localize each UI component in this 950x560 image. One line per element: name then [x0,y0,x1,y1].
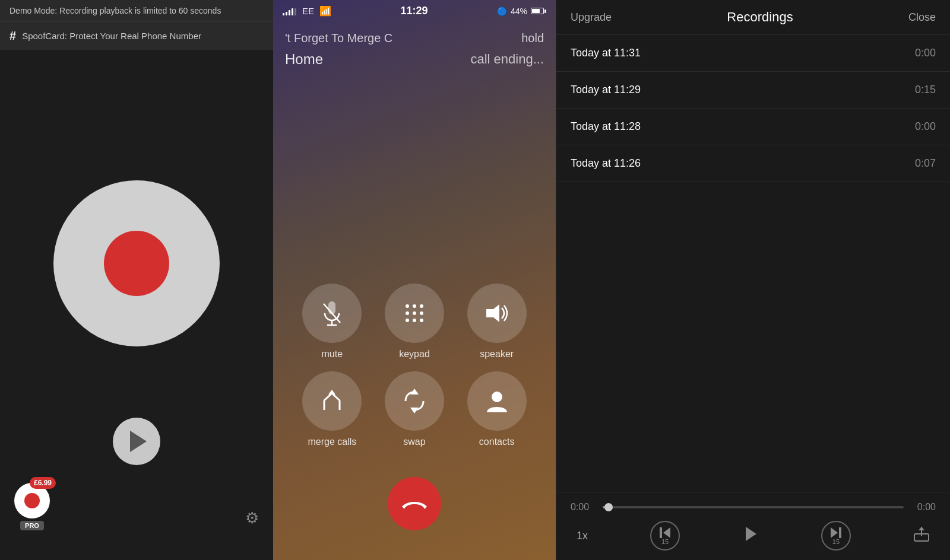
record-dot [104,231,169,296]
wifi-icon: 📶 [319,5,331,17]
recording-duration: 0:00 [915,47,936,59]
recording-item[interactable]: Today at 11:28 0:00 [556,109,950,145]
left-panel: Demo Mode: Recording playback is limited… [0,0,273,560]
keypad-label: keypad [399,349,430,359]
contacts-label: contacts [479,437,515,447]
svg-marker-29 [919,527,924,530]
phone-buttons-grid: mute keypad [273,260,556,459]
speaker-icon [484,302,510,324]
mute-label: mute [322,349,343,359]
svg-point-21 [492,392,502,402]
status-bar: EE 📶 11:29 🔵 44% [273,0,556,22]
recording-item[interactable]: Today at 11:29 0:15 [556,72,950,109]
call-ending-label: call ending... [470,52,544,67]
call-home-label: Home [285,51,323,68]
playback-speed[interactable]: 1x [577,530,588,542]
record-button[interactable] [53,180,220,346]
svg-marker-13 [486,304,499,322]
svg-rect-26 [839,527,841,538]
swap-button[interactable]: swap [379,371,450,447]
settings-icon[interactable]: ⚙ [245,509,259,527]
right-panel: Upgrade Recordings Close Today at 11:31 … [556,0,950,560]
keypad-button[interactable]: keypad [379,284,450,359]
battery-icon [531,8,546,14]
player-controls: 1x 15 [571,521,936,551]
play-icon [742,526,759,542]
play-triangle-icon [130,431,147,452]
play-button[interactable] [113,418,160,465]
record-area: £6.99 PRO ⚙ [0,50,273,560]
recordings-title: Recordings [727,9,793,25]
bluetooth-icon: 🔵 [497,7,507,16]
share-icon [913,526,930,542]
carrier-name: EE [302,6,314,16]
share-button[interactable] [913,526,930,546]
pro-label: PRO [20,521,44,530]
recording-date: Today at 11:29 [571,84,641,96]
svg-point-6 [420,304,423,308]
pro-price: £6.99 [30,477,56,489]
signal-area: EE 📶 [283,5,331,17]
contacts-button[interactable]: contacts [461,371,532,447]
skip-back-label: 15 [661,538,669,545]
svg-point-4 [406,304,409,308]
recording-duration: 0:00 [915,120,936,133]
signal-bars-icon [283,7,296,15]
skip-back-icon [658,526,672,539]
svg-marker-24 [746,527,756,541]
player-progress: 0:00 0:00 [571,502,936,513]
svg-point-9 [420,311,423,315]
svg-point-11 [413,319,416,322]
skip-forward-icon [829,526,843,539]
pro-dot [24,493,40,508]
contacts-icon [486,389,508,413]
skip-forward-label: 15 [832,538,840,545]
svg-marker-18 [328,390,335,394]
pro-badge[interactable]: £6.99 PRO [14,483,50,530]
merge-calls-icon [319,389,344,413]
recordings-list: Today at 11:31 0:00 Today at 11:29 0:15 … [556,35,950,492]
recording-item[interactable]: Today at 11:31 0:00 [556,35,950,72]
battery-percent: 44% [511,7,527,16]
recording-date: Today at 11:31 [571,47,641,59]
svg-marker-20 [410,408,419,413]
recording-item[interactable]: Today at 11:26 0:07 [556,145,950,182]
player-end-time: 0:00 [912,502,936,513]
upgrade-button[interactable]: Upgrade [571,11,612,24]
swap-label: swap [403,437,425,447]
skip-back-button[interactable]: 15 [650,521,680,551]
speaker-button[interactable]: speaker [461,284,532,359]
end-call-button[interactable] [388,477,441,530]
hash-icon: # [10,29,16,43]
end-call-area [273,459,556,560]
recording-date: Today at 11:26 [571,157,641,170]
swap-icon [402,389,427,413]
keypad-icon [403,302,426,324]
merge-calls-button[interactable]: merge calls [297,371,368,447]
play-pause-button[interactable] [742,526,759,546]
close-button[interactable]: Close [908,11,936,24]
skip-forward-button[interactable]: 15 [821,521,851,551]
player-section: 0:00 0:00 1x 15 [556,492,950,560]
mute-button[interactable]: mute [297,284,368,359]
spoof-card-bar[interactable]: # SpoofCard: Protect Your Real Phone Num… [0,21,273,50]
demo-banner: Demo Mode: Recording playback is limited… [0,0,273,21]
player-current-time: 0:00 [571,502,594,513]
svg-rect-23 [660,527,662,538]
svg-marker-22 [663,527,670,538]
svg-point-12 [420,319,423,322]
progress-bar[interactable] [603,506,904,508]
recording-duration: 0:07 [915,157,936,170]
merge-calls-label: merge calls [308,437,356,447]
spoof-card-text: SpoofCard: Protect Your Real Phone Numbe… [22,31,201,41]
recording-duration: 0:15 [915,84,936,96]
demo-text: Demo Mode: Recording playback is limited… [10,6,221,15]
pro-icon: £6.99 [14,483,50,518]
status-right-area: 🔵 44% [497,7,546,16]
end-call-icon [401,496,428,511]
status-time: 11:29 [400,5,428,17]
progress-thumb [604,503,613,511]
svg-marker-25 [831,527,838,538]
mute-icon [321,300,343,326]
call-hold-label: hold [521,31,544,45]
